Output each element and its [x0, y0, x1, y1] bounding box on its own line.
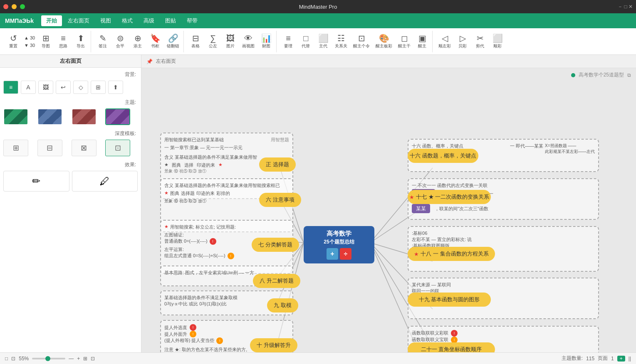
awake-button[interactable]: ▣ 醒主: [414, 31, 431, 52]
bg-image-btn[interactable]: 🖼: [38, 81, 53, 94]
effect-section: 效果: ✏ 🖊: [3, 161, 138, 192]
replace-button[interactable]: □ 代替: [297, 31, 314, 52]
menu-item-page[interactable]: 左右面页: [63, 15, 94, 26]
b3-badge-orange: !: [228, 253, 234, 259]
bg-diamond-btn[interactable]: ◇: [73, 81, 88, 94]
merge-button[interactable]: ⊜ 合平: [112, 31, 129, 52]
layout-item-2[interactable]: ⊟: [37, 140, 62, 156]
status-icon-2[interactable]: ⊡: [11, 356, 15, 362]
layout-button[interactable]: ⊞ 导图: [37, 31, 54, 52]
branch5-node[interactable]: 九 取模: [267, 298, 298, 312]
bg-list-btn[interactable]: ≡: [3, 81, 18, 94]
menu-item-advanced[interactable]: 高级: [139, 15, 159, 26]
effect-item-pencil[interactable]: ✏: [3, 171, 69, 192]
mindview-button[interactable]: 👁 画视图: [240, 31, 257, 52]
trunk-button[interactable]: ◻ 醒主干: [396, 31, 413, 52]
effect-grid: ✏ 🖊: [3, 171, 138, 192]
rbranch4-node[interactable]: 十九 基本函数与圆的图形: [408, 293, 491, 307]
layout-item-4[interactable]: ⊡: [105, 140, 130, 156]
menu-item-help[interactable]: 帮带: [182, 15, 203, 26]
bg-arrow-btn[interactable]: ↩: [56, 81, 71, 94]
effect-item-marker[interactable]: 🖊: [72, 171, 138, 192]
maximize-button[interactable]: [20, 4, 25, 9]
b1-type: 用智慧题: [271, 137, 289, 143]
fit-screen-btn[interactable]: ⊞: [83, 356, 87, 362]
toolbar-group-media: ⊟ 表格 ∑ 公左 🖼 图片 👁 画视图 📊 财图: [186, 31, 277, 52]
gantt-button[interactable]: 📊 财图: [258, 31, 275, 52]
rb2-text1: 一 不次一一 函数代的左式变换一关联: [412, 182, 595, 189]
layout-grid: ⊞ ⊟ ⊠ ⊡: [3, 140, 138, 156]
b1-hint: 用智能搜索框已达到某某基础: [164, 137, 224, 143]
rbranch5-node[interactable]: 二十一 直角坐标函数顺序: [408, 342, 495, 352]
theme-item-2[interactable]: [37, 108, 62, 125]
window-controls[interactable]: [3, 4, 25, 9]
marker-button[interactable]: ⊡ 醒主个令: [351, 31, 372, 52]
cut-button[interactable]: ✂ 剪代: [472, 31, 488, 52]
zoom-slider[interactable]: [32, 358, 65, 359]
task-button[interactable]: ≡ 要理: [280, 31, 297, 52]
topic-button[interactable]: ⊕ 添主: [129, 31, 146, 52]
theme-item-4[interactable]: [105, 108, 130, 125]
copy-button[interactable]: ▷ 贝彩: [454, 31, 471, 52]
undo-button[interactable]: ↺ 重置: [5, 31, 22, 52]
rb1-label: 十六 函数题，概率，关键点: [410, 152, 476, 160]
center-div-icon: ÷: [340, 248, 351, 260]
zoom-out-btn[interactable]: —: [69, 356, 74, 362]
branch6-node[interactable]: 十 升级解答升: [250, 338, 297, 352]
branch1-node[interactable]: 正 选择题: [259, 157, 296, 172]
rb2-label: 十七 ★ 一二次函数的变换关系: [416, 193, 489, 201]
layout-item-1[interactable]: ⊞: [3, 140, 28, 156]
menu-item-format[interactable]: 格式: [117, 15, 138, 26]
rb4-label: 十九 基本函数与圆的图形: [419, 296, 480, 303]
mindmap-container[interactable]: 高考数学 25个题型总结 + ÷ 用智能搜索框已达到某某基础 用智: [141, 68, 636, 352]
formula-button[interactable]: ∑ 公左: [205, 31, 221, 52]
theme-item-1[interactable]: [3, 108, 28, 125]
center-node[interactable]: 高考数学 25个题型总结 + ÷: [304, 226, 374, 263]
minimize-button[interactable]: [12, 4, 17, 9]
bg-grid-btn[interactable]: ⊞: [91, 81, 106, 94]
undo-label: 重置: [9, 43, 17, 49]
color-button[interactable]: 🎨 醒主板彩: [373, 31, 395, 52]
bookmark-icon: 🔖: [150, 34, 161, 42]
status-icon-1[interactable]: □: [5, 356, 8, 362]
main-button[interactable]: ⬜ 主代: [315, 31, 332, 52]
link-icon: 🔗: [168, 34, 178, 42]
rbranch3-node[interactable]: ★ 十八 一 集合函数的方程关系: [408, 247, 495, 261]
b6-badge2: !: [190, 331, 196, 337]
bookmark-button[interactable]: 🔖 书柜: [147, 31, 163, 52]
menu-item-view[interactable]: 视图: [95, 15, 116, 26]
step-down[interactable]: ▼ 30: [22, 42, 37, 49]
close-button[interactable]: [3, 4, 8, 9]
layout-item-3[interactable]: ⊠: [72, 140, 97, 156]
theme-item-3[interactable]: [72, 108, 97, 125]
branch3-node[interactable]: 七 分类解答题: [252, 238, 299, 252]
rb5-line1: 函数取联联义彩联!: [412, 330, 595, 337]
b2-label: 六 注意事项: [266, 196, 294, 204]
paste-format-button[interactable]: ◁ 顺左彩: [436, 31, 453, 52]
rbranch2-node[interactable]: ★ 十七 ★ 一二次函数的变换关系: [408, 190, 491, 204]
view-toggle-btn[interactable]: ||: [629, 356, 631, 362]
note-button[interactable]: ✎ 签注: [94, 31, 111, 52]
bg-text-btn[interactable]: A: [21, 81, 36, 94]
expand-btn[interactable]: ⊡: [91, 356, 95, 362]
relation-button[interactable]: ☷ 关系关: [332, 31, 350, 52]
step-up[interactable]: ▲ 30: [22, 34, 37, 41]
branch4-node[interactable]: 八 升二解答题: [253, 274, 300, 288]
outline-button[interactable]: ≡ 思路: [55, 31, 72, 52]
add-page-btn[interactable]: +: [617, 356, 625, 362]
menu-item-start[interactable]: 开始: [41, 15, 62, 26]
watermark-copy-icon[interactable]: ⧉: [627, 72, 631, 78]
rb3-line2: 左彩不某 — 置立的彩标次: 说: [412, 236, 595, 243]
table-button[interactable]: ⊟ 表格: [187, 31, 204, 52]
b2-line1: 含义 某基础选择题的条件不满足某象来做用智能搜索框已: [164, 182, 289, 189]
zoom-in-btn[interactable]: +: [77, 356, 80, 362]
menu-item-stickers[interactable]: 图贴: [160, 15, 181, 26]
rbranch1-node[interactable]: 十六 函数题，概率，关键点: [408, 149, 478, 163]
export-button[interactable]: ⬆ 导出: [72, 31, 89, 52]
branch2-node[interactable]: 六 注意事项: [259, 193, 301, 207]
view-format-button[interactable]: ⬜ 顺彩: [489, 31, 506, 52]
link-button[interactable]: 🔗 链翻链: [164, 31, 182, 52]
bg-export2-btn[interactable]: ⬆: [108, 81, 123, 94]
left-panel: 左右面页 背景: ≡ A 🖼 ↩ ◇ ⊞ ⬆ 主题:: [0, 55, 141, 352]
image-button[interactable]: 🖼 图片: [222, 31, 239, 52]
